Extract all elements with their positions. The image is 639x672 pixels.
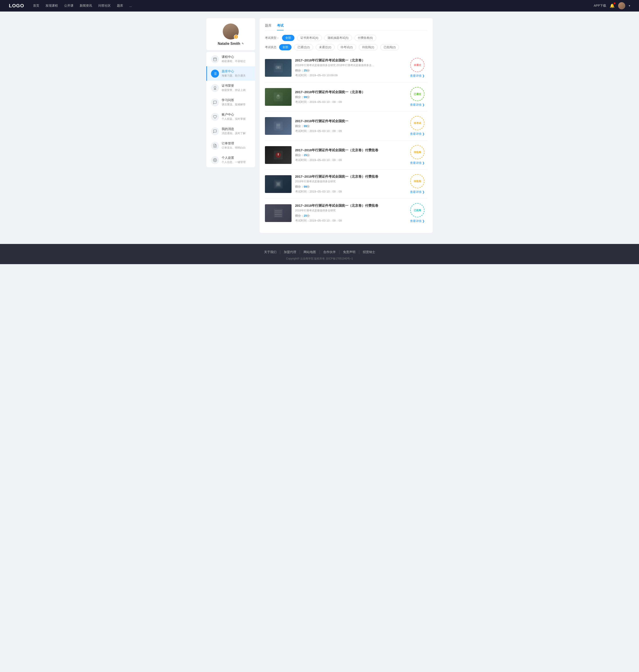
nav-news[interactable]: 新闻资讯 — [80, 4, 92, 8]
footer-link[interactable]: 网站地图 — [300, 250, 320, 254]
sidebar-item-qa[interactable]: 学习问答 课后重温、疑难解答 — [206, 95, 255, 110]
status-filter-all[interactable]: 全部 — [279, 44, 292, 50]
nav-question-bank[interactable]: 题库 — [117, 4, 123, 8]
menu-text-account: 账户中心 个人权益、实时掌握 — [222, 113, 251, 121]
app-download-link[interactable]: APP下载 — [594, 4, 606, 8]
footer-link[interactable]: 关于我们 — [261, 250, 280, 254]
exam-info: 2017–2018年行测证件考试全国统一（北京卷）付费批卷 2018年行测考试是… — [295, 175, 404, 194]
menu-title-question-bank: 题库中心 — [222, 69, 251, 74]
status-filter-pending[interactable]: 待考试(2) — [337, 44, 356, 50]
menu-subtitle-settings: 个人信息、一键管理 — [222, 160, 251, 164]
gear-icon — [211, 156, 219, 164]
exam-title: 2017–2018年行测证件考试全国统一（北京卷） — [295, 90, 404, 94]
nav-open-courses[interactable]: 公开课 — [64, 4, 74, 8]
detail-link[interactable]: 查看详情 ❯ — [410, 161, 425, 165]
exam-desc: 2018年行测考试是最值得多去研究 2018年行测考试是最值得多去研究 2018… — [295, 63, 375, 67]
menu-subtitle-question-bank: 海量习题、助力通关 — [222, 74, 251, 78]
nav-more[interactable]: ... — [129, 4, 132, 7]
type-filter-random[interactable]: 随机抽题考试(5) — [324, 35, 352, 41]
svg-rect-23 — [277, 126, 280, 126]
sidebar-item-question-bank[interactable]: 题库中心 海量习题、助力通关 — [206, 66, 255, 81]
exam-time: 考试时间：2019–05–03 10：09：09 — [295, 129, 404, 133]
exam-status-wrap: 已批阅 查看详情 ❯ — [407, 203, 427, 223]
exam-info: 2017–2018年行测证件考试全国统一（北京卷）付费批卷 得分：25分 考试时… — [295, 148, 404, 162]
sidebar-item-certificates[interactable]: 证书荣誉 收获荣誉、持证上岗 — [206, 81, 255, 95]
type-filter-certificate[interactable]: 证书类考试(4) — [297, 35, 322, 41]
bell-badge — [614, 2, 615, 4]
detail-link[interactable]: 查看详情 ❯ — [410, 219, 425, 223]
content-tabs: 题库 考试 — [265, 23, 427, 30]
chevron-down-icon[interactable]: ▾ — [629, 4, 630, 7]
menu-text-courses: 课程中心 精彩课程、不容错过 — [222, 55, 251, 63]
nav-qa[interactable]: 问答社区 — [98, 4, 111, 8]
exam-score: 得分：99分 — [295, 124, 404, 128]
exam-thumbnail — [265, 175, 292, 193]
list-icon — [211, 70, 219, 78]
status-filter-not-passed[interactable]: 未通过(2) — [316, 44, 334, 50]
exam-title: 2017–2018年行测证件考试全国统一（北京卷） — [295, 58, 404, 63]
svg-rect-35 — [275, 216, 282, 217]
menu-subtitle-certificates: 收获荣誉、持证上岗 — [222, 88, 251, 92]
exam-time: 考试时间：2019–05–03 10：09：09 — [295, 219, 404, 223]
type-filter-all[interactable]: 全部 — [282, 35, 294, 41]
nav-home[interactable]: 首页 — [33, 4, 39, 8]
detail-link[interactable]: 查看详情 ❯ — [410, 132, 425, 136]
menu-title-messages: 我的消息 — [222, 127, 251, 131]
footer-link[interactable]: 加盟代理 — [280, 250, 300, 254]
type-filter-paid[interactable]: 付费批卷(6) — [355, 35, 376, 41]
detail-link[interactable]: 查看详情 ❯ — [410, 190, 425, 194]
menu-subtitle-orders: 订单支出、明明白白 — [222, 146, 251, 150]
detail-link[interactable]: 查看详情 ❯ — [410, 103, 425, 107]
sidebar-item-orders[interactable]: 订单管理 订单支出、明明白白 — [206, 139, 255, 153]
sidebar: ★ Natalie Smith ✎ 课程中心 精彩课程、不容错过 — [206, 18, 255, 233]
file-icon — [211, 142, 219, 150]
avatar-image — [618, 2, 625, 9]
menu-subtitle-courses: 精彩课程、不容错过 — [222, 60, 251, 63]
status-stamp: 待批阅 — [410, 145, 424, 159]
sidebar-item-settings[interactable]: 个人设置 个人信息、一键管理 — [206, 153, 255, 167]
exam-time: 考试时间：2019–05–03 10：09：09 — [295, 158, 404, 162]
status-filter-passed[interactable]: 已通过(2) — [294, 44, 313, 50]
sidebar-item-messages[interactable]: 我的消息 消息通知、及时了解 — [206, 124, 255, 139]
exam-status-wrap: 待考试 查看详情 ❯ — [407, 116, 427, 136]
exam-score: 得分：25分 — [295, 68, 404, 73]
menu-title-certificates: 证书荣誉 — [222, 84, 251, 88]
tab-exam[interactable]: 考试 — [277, 23, 283, 30]
exam-info: 2017–2018年行测证件考试全国统一（北京卷） 2018年行测考试是最值得多… — [295, 58, 404, 77]
exam-time: 考试时间：2019–05–03 10:09:09 — [295, 74, 404, 77]
status-filter-reviewing[interactable]: 待批阅(2) — [359, 44, 378, 50]
detail-link[interactable]: 查看详情 ❯ — [410, 74, 425, 78]
notification-bell[interactable]: 🔔 — [610, 3, 614, 8]
tab-question-bank[interactable]: 题库 — [265, 23, 271, 30]
exam-score: 得分：99分 — [295, 185, 404, 189]
menu-text-orders: 订单管理 订单支出、明明白白 — [222, 142, 251, 150]
footer-link[interactable]: 招贤纳士 — [359, 250, 379, 254]
exam-desc: 2018年行测考试是最值得多去研究 — [295, 180, 375, 183]
exam-status-wrap: 已通过 查看详情 ❯ — [407, 87, 427, 107]
sidebar-item-account[interactable]: 账户中心 个人权益、实时掌握 — [206, 110, 255, 124]
menu-text-settings: 个人设置 个人信息、一键管理 — [222, 156, 251, 164]
exam-desc: 2018年行测考试是最值得多去研究 — [295, 209, 375, 212]
sidebar-profile: ★ Natalie Smith ✎ — [206, 18, 255, 50]
footer-link[interactable]: 合作伙伴 — [320, 250, 340, 254]
menu-text-certificates: 证书荣誉 收获荣誉、持证上岗 — [222, 84, 251, 92]
avatar[interactable] — [618, 2, 625, 9]
nav-courses[interactable]: 发现课程 — [46, 4, 58, 8]
exam-list: 2017–2018年行测证件考试全国统一（北京卷） 2018年行测考试是最值得多… — [265, 53, 427, 227]
status-stamp: 待考试 — [410, 116, 424, 130]
logo[interactable]: LOGO — [9, 3, 24, 9]
menu-title-courses: 课程中心 — [222, 55, 251, 59]
chat-icon — [211, 98, 219, 107]
exam-item: 2017–2018年行测证件考试全国统一 得分：99分 考试时间：2019–05… — [265, 112, 427, 141]
menu-subtitle-qa: 课后重温、疑难解答 — [222, 103, 251, 107]
footer-link[interactable]: 免责声明 — [340, 250, 359, 254]
main-nav: 首页 发现课程 公开课 新闻资讯 问答社区 题库 ... — [33, 4, 594, 8]
edit-profile-icon[interactable]: ✎ — [241, 42, 244, 45]
main-container: ★ Natalie Smith ✎ 课程中心 精彩课程、不容错过 — [202, 12, 437, 240]
exam-thumbnail — [265, 59, 292, 77]
exam-thumbnail — [265, 88, 292, 106]
profile-avatar-wrap: ★ — [223, 23, 239, 39]
status-filter-reviewed[interactable]: 已批阅(2) — [380, 44, 399, 50]
sidebar-item-courses[interactable]: 课程中心 精彩课程、不容错过 — [206, 52, 255, 66]
header-right: APP下载 🔔 ▾ — [594, 2, 630, 9]
